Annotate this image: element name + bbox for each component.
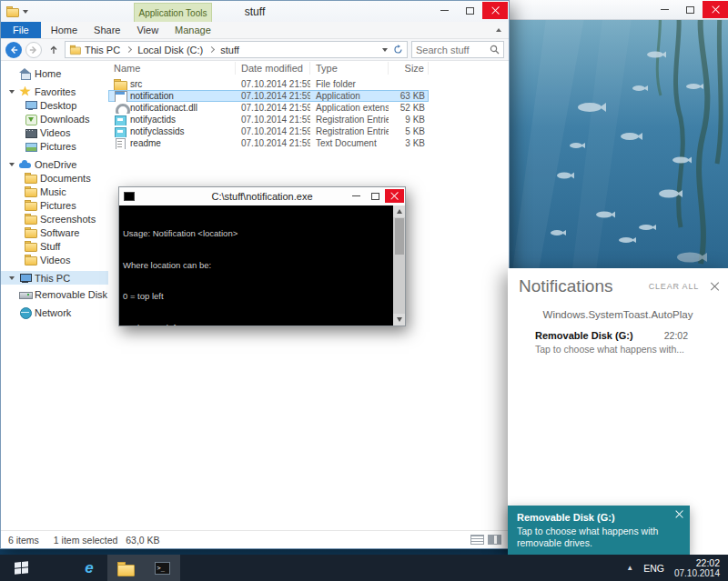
minimize-ribbon-icon[interactable]	[496, 28, 501, 32]
explorer-titlebar[interactable]: Application Tools stuff	[1, 1, 509, 22]
taskbar-file-explorer-button[interactable]	[107, 555, 144, 581]
up-button[interactable]	[46, 42, 61, 57]
selection-size: 63,0 KB	[126, 535, 159, 546]
tab-view[interactable]: View	[128, 22, 167, 38]
forward-arrow-icon	[29, 45, 38, 55]
scroll-up-icon[interactable]	[393, 205, 405, 217]
application-tools-contextual-tab[interactable]: Application Tools	[134, 3, 212, 22]
scroll-down-icon[interactable]	[393, 314, 405, 326]
file-row[interactable]: notifyclassids 07.10.2014 21:59 Registra…	[108, 125, 429, 137]
column-header-type[interactable]: Type	[310, 62, 389, 75]
sidebar-item-onedrive[interactable]: OneDrive	[1, 157, 108, 171]
background-window-titlebar[interactable]	[510, 0, 728, 20]
maximize-button[interactable]	[457, 2, 482, 19]
console-maximize-button[interactable]	[366, 189, 385, 203]
expander-icon[interactable]	[9, 276, 15, 280]
tab-file[interactable]: File	[1, 22, 41, 38]
file-row[interactable]: src 07.10.2014 21:59 File folder	[108, 78, 429, 90]
console-close-button[interactable]	[385, 189, 404, 203]
downloads-icon	[25, 114, 36, 125]
sidebar-item-pictures-onedrive[interactable]: Pictures	[1, 198, 108, 212]
up-arrow-icon	[49, 45, 58, 55]
selection-count: 1 item selected	[54, 535, 118, 546]
sidebar-item-home[interactable]: Home	[1, 66, 108, 80]
forward-button[interactable]	[25, 42, 42, 58]
column-header-name[interactable]: Name	[108, 62, 236, 75]
bg-close-button[interactable]	[703, 1, 728, 18]
breadcrumb-local-disk[interactable]: Local Disk (C:)	[136, 45, 205, 55]
sidebar-item-this-pc[interactable]: This PC	[1, 271, 108, 285]
sidebar-item-videos[interactable]: Videos	[1, 125, 108, 139]
column-header-size[interactable]: Size	[389, 62, 429, 75]
address-dropdown-icon[interactable]	[382, 48, 388, 52]
notification-item[interactable]: Removable Disk (G:) 22:02 Tap to choose …	[508, 328, 728, 356]
windows-logo-icon	[15, 561, 28, 575]
bg-maximize-button[interactable]	[677, 1, 703, 18]
console-minimize-button[interactable]	[347, 189, 366, 203]
breadcrumb-this-pc[interactable]: This PC	[83, 45, 122, 55]
file-row-selected[interactable]: notification 07.10.2014 21:59 Applicatio…	[108, 90, 429, 102]
breadcrumb-stuff[interactable]: stuff	[218, 45, 241, 55]
sidebar-item-downloads[interactable]: Downloads	[1, 112, 108, 125]
sidebar-item-network[interactable]: Network	[1, 306, 108, 319]
notifications-title: Notifications	[519, 276, 649, 296]
file-row[interactable]: readme 07.10.2014 21:59 Text Document 3 …	[108, 137, 429, 149]
close-button[interactable]	[482, 2, 508, 19]
expander-icon[interactable]	[9, 163, 15, 166]
file-row[interactable]: notifyactids 07.10.2014 21:59 Registrati…	[108, 114, 429, 125]
sidebar-item-documents[interactable]: Documents	[1, 171, 108, 185]
folder-icon	[25, 173, 36, 184]
details-view-icon[interactable]	[470, 535, 484, 545]
sidebar-item-videos-onedrive[interactable]: Videos	[1, 253, 108, 266]
refresh-icon[interactable]	[393, 45, 403, 55]
sidebar-item-screenshots[interactable]: Screenshots	[1, 212, 108, 225]
tab-share[interactable]: Share	[86, 22, 128, 38]
bg-minimize-button[interactable]	[652, 1, 677, 18]
start-button[interactable]	[0, 555, 42, 581]
toast-title: Removable Disk (G:)	[517, 512, 668, 523]
tab-manage[interactable]: Manage	[167, 22, 219, 38]
minimize-button[interactable]	[431, 2, 457, 19]
sidebar-item-removable-disk[interactable]: Removable Disk (G:)	[1, 287, 108, 301]
column-header-date-modified[interactable]: Date modified	[236, 62, 310, 75]
folder-icon	[25, 227, 36, 238]
back-arrow-icon	[9, 45, 18, 55]
search-icon	[490, 45, 500, 55]
close-icon	[390, 192, 399, 200]
show-hidden-icons-button[interactable]: ▲	[626, 564, 633, 572]
console-titlebar[interactable]: C:\stuff\notification.exe	[119, 187, 405, 205]
notifications-close-icon[interactable]	[710, 282, 719, 291]
column-headers: Name Date modified Type Size	[108, 61, 509, 75]
maximize-icon	[371, 193, 379, 200]
sidebar-item-music[interactable]: Music	[1, 185, 108, 198]
toast-close-icon[interactable]	[675, 510, 683, 518]
search-box[interactable]	[411, 41, 504, 58]
tab-home[interactable]: Home	[43, 22, 86, 38]
taskbar-command-prompt-button[interactable]: >_	[144, 555, 180, 581]
sidebar-item-desktop[interactable]: Desktop	[1, 98, 108, 112]
expander-icon[interactable]	[9, 90, 15, 94]
notification-time: 22:02	[664, 330, 688, 341]
registration-file-icon	[114, 115, 126, 125]
notification-body: Tap to choose what happens with...	[535, 344, 688, 355]
breadcrumb[interactable]: This PC Local Disk (C:) stuff	[65, 41, 408, 58]
clear-all-button[interactable]: CLEAR ALL	[649, 282, 699, 291]
taskbar-clock[interactable]: 22:02 07.10.2014	[674, 557, 720, 579]
scrollbar-thumb[interactable]	[395, 218, 404, 255]
sidebar-item-stuff[interactable]: Stuff	[1, 239, 108, 253]
folder-icon	[25, 200, 36, 211]
back-button[interactable]	[5, 42, 22, 58]
language-indicator[interactable]: ENG	[643, 563, 664, 574]
sidebar-item-software[interactable]: Software	[1, 225, 108, 239]
taskbar-internet-explorer-button[interactable]: e	[71, 555, 107, 581]
thumbnails-view-icon[interactable]	[488, 535, 501, 545]
console-scrollbar[interactable]	[393, 205, 405, 326]
autoplay-toast[interactable]: Removable Disk (G:) Tap to choose what h…	[508, 506, 690, 555]
onedrive-cloud-icon	[19, 159, 31, 170]
sidebar-item-pictures[interactable]: Pictures	[1, 139, 108, 153]
quick-access-chevron-icon[interactable]	[23, 10, 28, 14]
file-row[interactable]: notificationact.dll 07.10.2014 21:59 App…	[108, 102, 429, 114]
search-input[interactable]	[416, 45, 490, 55]
minimize-icon	[440, 10, 449, 11]
sidebar-item-favorites[interactable]: Favorites	[1, 85, 108, 98]
